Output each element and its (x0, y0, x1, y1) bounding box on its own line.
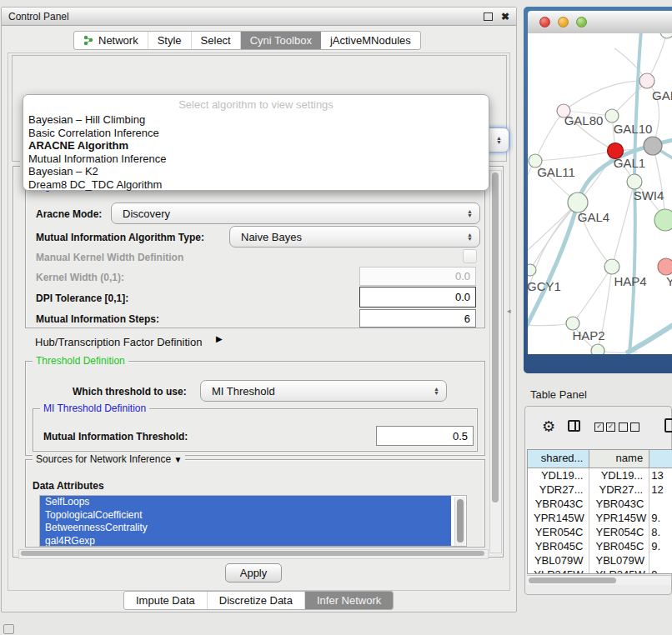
popup-item[interactable]: Basic Correlation Inference (23, 127, 489, 140)
columns-view-icon[interactable] (568, 420, 580, 432)
node-SWI4[interactable] (627, 174, 642, 189)
function-builder-icon[interactable] (664, 418, 672, 432)
select-all-checkboxes-icon[interactable]: ✓✓ (594, 422, 615, 432)
table-cell[interactable]: YBR045C (528, 539, 589, 553)
table-horizontal-scrollbar[interactable] (527, 575, 671, 585)
deselect-all-checkboxes-icon[interactable] (619, 422, 639, 432)
table-cell[interactable]: YDR27... (589, 482, 649, 497)
table-cell[interactable]: YBL079W (589, 553, 649, 568)
table-cell[interactable] (649, 553, 672, 568)
network-graph[interactable]: GALGAL80GAL10GAL1GAL11SWI4GAL4GCY1HAP4YH… (528, 33, 672, 354)
settings-horizontal-scrollbar[interactable] (18, 549, 489, 559)
hub-definition-toggle-label[interactable]: Hub/Transcription Factor Definition (35, 336, 202, 348)
list-item[interactable]: gal4RGexp (40, 535, 451, 548)
node-bottom[interactable] (591, 344, 604, 354)
network-edge[interactable] (629, 182, 635, 353)
node-big-green[interactable] (654, 209, 672, 231)
table-cell[interactable]: YDL19... (528, 468, 589, 482)
list-vertical-scrollbar[interactable] (454, 497, 465, 547)
aracne-mode-combo[interactable]: Discovery ▲▼ (111, 202, 480, 224)
table-row[interactable]: YBR045CYBR045C9. (528, 539, 672, 553)
dpi-tolerance-field[interactable] (359, 287, 476, 308)
table-cell[interactable]: YBR045C (589, 539, 649, 553)
node-GCY1[interactable] (528, 264, 536, 276)
table-cell[interactable]: YLR345W (528, 568, 589, 574)
mi-steps-field[interactable] (359, 309, 476, 328)
sources-title[interactable]: Sources for Network Inference (36, 453, 171, 465)
tab-jactivemnodules[interactable]: jActiveMNodules (321, 32, 420, 49)
popup-item-selected[interactable]: ARACNE Algorithm (23, 139, 489, 152)
tab-select[interactable]: Select (192, 32, 241, 49)
tab-impute-data[interactable]: Impute Data (124, 592, 208, 609)
tab-style[interactable]: Style (148, 32, 192, 49)
collapsed-arrow-icon[interactable]: ▶ (216, 334, 223, 343)
mi-threshold-field[interactable] (376, 426, 474, 446)
node-salmon[interactable] (658, 258, 672, 275)
table-row[interactable]: YBR043CYBR043C (528, 497, 672, 511)
table-cell[interactable]: YLR345W (589, 568, 649, 574)
table-cell[interactable]: 9. (649, 568, 672, 574)
network-edge[interactable] (528, 161, 535, 208)
settings-vertical-scrollbar[interactable] (489, 170, 502, 553)
table-cell[interactable]: YER054C (589, 525, 649, 539)
table-cell[interactable] (649, 497, 672, 511)
column-header-name[interactable]: name (589, 450, 649, 468)
which-threshold-combo[interactable]: MI Threshold ▲▼ (200, 380, 447, 402)
tab-infer-network[interactable]: Infer Network (305, 592, 393, 609)
node-pink-top[interactable] (639, 73, 654, 88)
network-edge[interactable] (535, 111, 564, 161)
network-edge[interactable] (535, 151, 615, 161)
node-top-cut[interactable] (660, 33, 672, 38)
column-header-clipped[interactable] (649, 450, 672, 468)
table-row[interactable]: YBL079WYBL079W (528, 553, 672, 568)
node-GAL10[interactable] (605, 109, 619, 122)
table-row[interactable]: YDL19...YDL19...13 (528, 468, 672, 482)
table-cell[interactable]: YBL079W (528, 553, 589, 568)
node-gray[interactable] (644, 137, 662, 155)
table-cell[interactable]: 13 (649, 468, 672, 482)
table-cell[interactable]: YBR043C (589, 497, 649, 511)
network-edge[interactable] (573, 267, 612, 323)
table-cell[interactable]: 8. (649, 525, 672, 539)
scrollbar-thumb[interactable] (457, 499, 464, 542)
table-row[interactable]: YPR145WYPR145W9. (528, 511, 672, 525)
zoom-traffic-light[interactable] (576, 17, 587, 28)
node-HAP4[interactable] (604, 259, 619, 274)
table-row[interactable]: YLR345WYLR345W9. (528, 568, 672, 574)
list-item[interactable]: BetweennessCentrality (40, 522, 451, 535)
popup-item[interactable]: Mutual Information Inference (23, 152, 489, 166)
network-canvas[interactable]: GALGAL80GAL10GAL1GAL11SWI4GAL4GCY1HAP4YH… (528, 33, 672, 354)
close-icon[interactable]: ✖ (501, 12, 509, 22)
tab-network[interactable]: Network (74, 32, 148, 49)
table-cell[interactable]: YPR145W (528, 511, 589, 525)
gear-icon[interactable]: ⚙ (542, 418, 555, 436)
float-window-icon[interactable] (484, 12, 493, 21)
apply-button[interactable]: Apply (225, 563, 282, 582)
minimized-window-icon[interactable] (3, 624, 14, 634)
tab-discretize-data[interactable]: Discretize Data (208, 592, 305, 609)
table-cell[interactable]: YPR145W (589, 511, 649, 525)
table-cell[interactable]: YDL19... (589, 468, 649, 482)
splitter-handle-icon[interactable]: ◂ (507, 307, 511, 315)
close-traffic-light[interactable] (539, 17, 550, 28)
table-cell[interactable]: YER054C (528, 525, 589, 539)
mi-type-combo[interactable]: Naive Bayes ▲▼ (229, 226, 480, 248)
table-cell[interactable]: YBR043C (528, 497, 589, 511)
network-edge[interactable] (564, 81, 647, 111)
popup-item[interactable]: Bayesian – Hill Climbing (23, 113, 489, 127)
table-cell[interactable]: 12 (649, 482, 672, 497)
table-row[interactable]: YDR27...YDR27...12 (528, 482, 672, 497)
network-edge[interactable] (612, 182, 634, 267)
table-cell[interactable]: 9. (649, 539, 672, 553)
popup-item[interactable]: Bayesian – K2 (23, 165, 489, 178)
table-row[interactable]: YER054CYER054C8. (528, 525, 672, 539)
minimize-traffic-light[interactable] (558, 17, 569, 28)
scrollbar-thumb[interactable] (21, 551, 484, 556)
list-item[interactable]: TopologicalCoefficient (40, 509, 451, 522)
network-edge[interactable] (530, 202, 578, 270)
scrollbar-thumb[interactable] (529, 578, 616, 583)
column-header-shared-name[interactable]: shared... (528, 450, 589, 468)
tab-cyni-toolbox[interactable]: Cyni Toolbox (241, 32, 321, 49)
table-cell[interactable]: 9. (649, 511, 672, 525)
popup-item[interactable]: Dream8 DC_TDC Algorithm (23, 178, 489, 192)
